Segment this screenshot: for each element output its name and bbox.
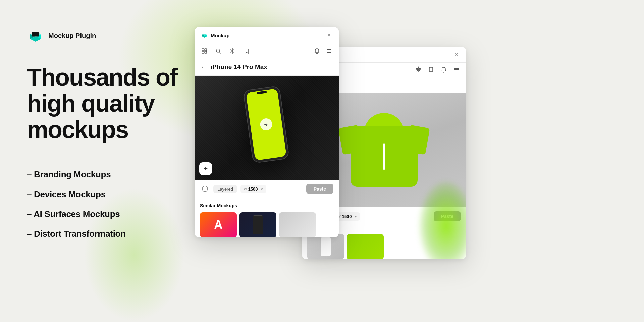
headline: Thousands of high quality mockups: [27, 64, 181, 143]
back-close-button[interactable]: ×: [453, 51, 460, 58]
content-nav: ← iPhone 14 Pro Max: [195, 58, 339, 76]
svg-rect-26: [327, 51, 331, 51]
similar-thumb-1[interactable]: A: [200, 212, 237, 237]
feature-item-4: – Distort Transformation: [27, 229, 181, 239]
back-menu-icon[interactable]: [453, 66, 460, 73]
feature-item-3: – AI Surfaces Mockups: [27, 209, 181, 219]
svg-rect-9: [454, 69, 459, 70]
svg-rect-16: [205, 49, 207, 51]
logo-area: Mockup Plugin: [27, 27, 181, 44]
svg-rect-5: [32, 32, 39, 36]
back-button[interactable]: ←: [201, 63, 207, 71]
toolbar-left: [201, 47, 250, 55]
back-thumb-item-2[interactable]: [347, 234, 384, 259]
feature-item-1: – Branding Mockups: [27, 169, 181, 180]
phone-screen: +: [246, 89, 286, 161]
window-close-button[interactable]: ×: [325, 32, 333, 39]
window-toolbar: [195, 44, 339, 58]
menu-icon[interactable]: [325, 47, 333, 55]
width-group: w 1500 ∨: [240, 185, 266, 193]
search-icon[interactable]: [215, 47, 222, 55]
window-logo-icon: [201, 32, 208, 39]
logo-text: Mockup Plugin: [48, 32, 96, 40]
similar-section: Similar Mockups A: [195, 198, 339, 237]
svg-point-30: [205, 187, 205, 188]
back-thumb-item-1[interactable]: [307, 234, 344, 259]
svg-rect-15: [202, 49, 204, 51]
grid-icon[interactable]: [201, 47, 208, 55]
star-icon[interactable]: [229, 47, 236, 55]
back-w-value: 1500: [342, 214, 352, 219]
svg-rect-25: [327, 49, 331, 50]
similar-grid: A: [200, 212, 333, 237]
features-list: – Branding Mockups – Devices Mockups – A…: [27, 169, 181, 239]
add-mockup-button[interactable]: +: [199, 162, 212, 175]
back-bookmark-icon[interactable]: [427, 66, 435, 73]
window-title-left: Mockup: [201, 32, 230, 39]
back-bell-icon[interactable]: [440, 66, 447, 73]
toolbar-right: [313, 47, 333, 55]
window-title-text: Mockup: [211, 33, 230, 38]
svg-rect-18: [205, 51, 207, 53]
left-panel: Mockup Plugin Thousands of high quality …: [0, 0, 208, 322]
thumb-a-label: A: [214, 218, 223, 232]
layered-badge: Layered: [213, 185, 237, 193]
svg-rect-8: [454, 68, 459, 69]
window-titlebar: Mockup ×: [195, 27, 339, 44]
phone-screen-add-icon[interactable]: +: [259, 118, 273, 131]
svg-rect-10: [454, 71, 459, 71]
svg-rect-27: [327, 52, 331, 53]
logo-icon: [27, 27, 44, 44]
hoodie-shape: [351, 113, 418, 187]
w-value: 1500: [248, 186, 258, 192]
svg-line-20: [219, 52, 221, 53]
bookmark-icon[interactable]: [243, 47, 250, 55]
back-star-icon[interactable]: [415, 66, 422, 73]
mockup-background: +: [195, 76, 339, 180]
back-chevron-icon[interactable]: ∨: [355, 215, 357, 218]
main-plugin-window: Mockup ×: [195, 27, 339, 237]
similar-thumb-3[interactable]: [279, 212, 316, 237]
paste-button[interactable]: Paste: [306, 184, 333, 194]
svg-rect-17: [202, 51, 204, 53]
similar-thumb-2[interactable]: [239, 212, 276, 237]
bell-icon[interactable]: [313, 47, 321, 55]
windows-area: ×: [195, 27, 339, 237]
info-button[interactable]: [200, 184, 210, 194]
similar-title: Similar Mockups: [200, 203, 333, 208]
w-label: w: [244, 186, 247, 191]
chevron-down-icon[interactable]: ∨: [261, 187, 263, 191]
mockup-image-area: + +: [195, 76, 339, 180]
phone-mockup: +: [243, 86, 290, 164]
hoodie-zipper: [383, 143, 385, 170]
feature-item-2: – Devices Mockups: [27, 189, 181, 200]
content-title: iPhone 14 Pro Max: [211, 63, 267, 71]
window-controls: Layered w 1500 ∨ Paste: [195, 180, 339, 198]
